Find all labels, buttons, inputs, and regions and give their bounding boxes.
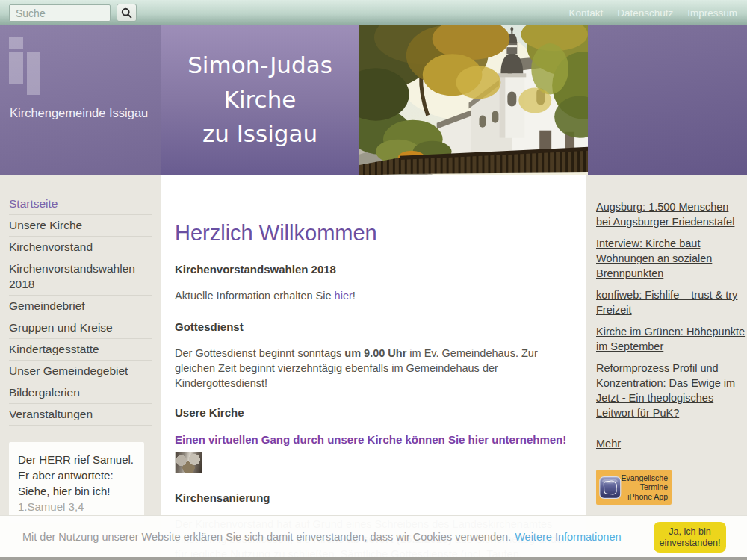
app-badge-line: Termine xyxy=(622,482,668,492)
cookie-banner: Mit der Nutzung unserer Website erklären… xyxy=(0,515,747,557)
iphone-app-badge[interactable]: Evangelische Termine iPhone App xyxy=(596,470,672,505)
sidebar-item-kirchenvorstandswahlen-2018[interactable]: Kirchenvorstandswahlen 2018 xyxy=(9,258,152,296)
site-title-line: Kirche xyxy=(161,82,359,116)
paragraph-gottesdienst: Der Gottesdienst beginnt sonntags um 9.0… xyxy=(175,346,574,391)
app-badge-line: Evangelische xyxy=(622,473,668,483)
virtual-tour-link[interactable]: Einen virtuellen Gang durch unsere Kirch… xyxy=(175,432,574,447)
sidebar-item-gemeindebrief[interactable]: Gemeindebrief xyxy=(9,296,152,317)
section-title-wahlen: Kirchenvorstandswahlen 2018 xyxy=(175,263,574,276)
news-link-friedenstafel[interactable]: Augsburg: 1.500 Menschen bei Augsburger … xyxy=(596,199,746,229)
site-title-line: zu Issigau xyxy=(161,116,359,151)
cookie-message: Mit der Nutzung unserer Website erklären… xyxy=(22,516,622,558)
sidebar-item-unser-gemeindegebiet[interactable]: Unser Gemeindegebiet xyxy=(9,361,152,382)
bible-verse-box: Der HERR rief Samuel. Er aber antwortete… xyxy=(9,442,144,523)
page: Kontakt Datenschutz Impressum Kirchengem… xyxy=(0,0,747,560)
church-interior-thumbnail[interactable] xyxy=(175,452,202,473)
sidebar-item-gruppen-und-kreise[interactable]: Gruppen und Kreise xyxy=(9,317,152,339)
site-name: Kirchengemeinde Issigau xyxy=(10,106,148,120)
topbar-link-datenschutz[interactable]: Datenschutz xyxy=(617,7,673,19)
text-run: Aktuelle Information erhalten Sie xyxy=(175,290,335,302)
section-title-usere-kirche: Usere Kirche xyxy=(175,406,574,419)
bible-verse-text: Der HERR rief Samuel. Er aber antwortete… xyxy=(18,452,135,499)
site-title-line: Simon-Judas xyxy=(161,48,359,82)
sidebar-item-unsere-kirche[interactable]: Unsere Kirche xyxy=(9,215,152,237)
news-sidebar: Augsburg: 1.500 Menschen bei Augsburger … xyxy=(596,175,746,505)
topbar-link-kontakt[interactable]: Kontakt xyxy=(568,7,603,19)
text-run: ! xyxy=(353,290,356,302)
topbar: Kontakt Datenschutz Impressum xyxy=(0,0,747,25)
church-photo-illustration xyxy=(359,25,588,175)
news-link-konfiweb[interactable]: konfiweb: Fishlife – trust & try Freizei… xyxy=(596,287,746,317)
news-more-link[interactable]: Mehr xyxy=(596,438,621,449)
app-badge-line: iPhone App xyxy=(622,492,668,502)
sidebar-item-kirchenvorstand[interactable]: Kirchenvorstand xyxy=(9,237,152,258)
sidebar-nav: Startseite Unsere Kirche Kirchenvorstand… xyxy=(9,175,152,523)
hier-link[interactable]: hier xyxy=(335,290,353,302)
footer-strip xyxy=(0,557,747,560)
logo-square-small xyxy=(9,37,23,49)
header-photo xyxy=(359,25,588,175)
news-link-kirche-im-gruenen[interactable]: Kirche im Grünen: Höhepunkte im Septembe… xyxy=(596,324,746,354)
cookie-accept-button[interactable]: Ja, ich bin einverstanden! xyxy=(654,522,726,553)
sidebar-item-kindertagesstaette[interactable]: Kindertagesstätte xyxy=(9,339,152,361)
topbar-link-impressum[interactable]: Impressum xyxy=(687,7,737,19)
search-button[interactable] xyxy=(117,4,137,22)
search-input[interactable] xyxy=(9,4,111,22)
app-badge-text: Evangelische Termine iPhone App xyxy=(622,473,668,502)
topbar-links: Kontakt Datenschutz Impressum xyxy=(568,0,737,25)
section-title-gottesdienst: Gottesdienst xyxy=(175,320,574,333)
app-icon xyxy=(599,473,622,502)
site-title-block: Simon-Judas Kirche zu Issigau xyxy=(161,25,359,175)
sidebar-item-startseite[interactable]: Startseite xyxy=(9,193,152,215)
logo-bar-left xyxy=(9,52,23,84)
site-header: Kirchengemeinde Issigau Simon-Judas Kirc… xyxy=(0,25,747,175)
main-content: Herzlich Willkommen Kirchenvorstandswahl… xyxy=(175,175,574,560)
sidebar-item-veranstaltungen[interactable]: Veranstaltungen xyxy=(9,404,152,426)
paragraph-wahlen: Aktuelle Information erhalten Sie hier! xyxy=(175,288,574,303)
section-title-kirchensanierung: Kirchensanierung xyxy=(175,491,574,504)
page-title: Herzlich Willkommen xyxy=(175,220,574,246)
bible-verse-source: 1.Samuel 3,4 xyxy=(18,500,135,513)
news-link-interview[interactable]: Interview: Kirche baut Wohnungen an sozi… xyxy=(596,236,746,281)
search-icon xyxy=(121,7,132,19)
bold-run: um 9.00 Uhr xyxy=(344,347,406,359)
sidebar-item-bildergalerien[interactable]: Bildergalerien xyxy=(9,382,152,404)
cookie-info-link[interactable]: Weitere Informationen xyxy=(515,531,621,543)
logo-bar-right xyxy=(27,52,40,95)
text-run: Der Gottesdienst beginnt sonntags xyxy=(175,347,344,359)
news-link-reformprozess[interactable]: Reformprozess Profil und Konzentration: … xyxy=(596,361,746,420)
cookie-text: Mit der Nutzung unserer Website erklären… xyxy=(22,531,511,543)
